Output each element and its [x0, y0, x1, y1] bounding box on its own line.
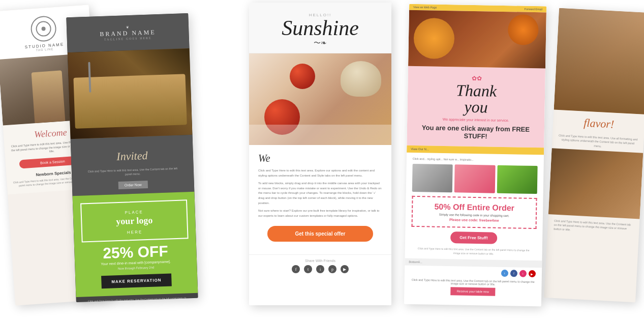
instagram-icon[interactable]: i [316, 265, 324, 273]
template-card-restaurant: ❦ BRAND NAME TAGLINE GOES HERE Invited C… [66, 13, 198, 302]
sunshine-body1: Click and Type Here to edit this text ar… [258, 168, 382, 178]
get-offer-button[interactable]: Get this special offer [267, 226, 373, 242]
sunshine-header: HELLO!! Sunshine 〜❧ [249, 3, 391, 53]
bottom-bar-text: Bottomli... [409, 260, 422, 264]
template-card-sunshine: HELLO!! Sunshine 〜❧ We Click and Type He… [249, 3, 391, 305]
coupon-footer-text: Click and Type Here to edit this text ar… [411, 247, 536, 256]
instagram-icon-2[interactable]: i [519, 270, 527, 277]
you-text: you [464, 98, 488, 117]
logo-box: PLACE your logo HERE [80, 199, 189, 242]
thank-you-heading: Thank you [413, 81, 539, 116]
swirl-decoration: 〜❧ [254, 39, 386, 48]
coupon-body-text: Simply use the following code in your sh… [418, 213, 531, 218]
snow-deco [249, 125, 391, 145]
share-label: Share With Friends [253, 259, 387, 263]
shoe-image-3 [497, 165, 537, 194]
teapot [341, 61, 381, 97]
here-text: HERE [127, 229, 143, 235]
template-card-thankyou: View as Web Page Forward Email ✿✿ Thank … [404, 4, 546, 307]
food-photo [68, 48, 193, 139]
shoes-row [412, 164, 538, 194]
coupon-box: 50% Off Entire Order Simply use the foll… [412, 196, 537, 229]
studio-logo [29, 15, 56, 42]
youtube-icon[interactable]: ▶ [341, 265, 349, 273]
appreciate-text: We appreciate your interest in our servi… [413, 117, 538, 123]
facebook-icon-2[interactable]: f [510, 270, 517, 277]
order-now-button[interactable]: Order Now [118, 180, 148, 189]
restaurant-header: ❦ BRAND NAME TAGLINE GOES HERE [66, 13, 189, 52]
pizza-photo [408, 10, 546, 69]
invited-text: Invited [76, 140, 188, 167]
view-as-webpage-link[interactable]: View as Web Page [413, 6, 437, 9]
pinterest-icon[interactable]: p [328, 265, 336, 273]
coupon-title: 50% Off Entire Order [418, 202, 531, 213]
get-free-stuff-button[interactable]: Get Free Stuff! [450, 231, 497, 244]
reserve-table-button[interactable]: Reserve your table now [451, 287, 495, 296]
shoe-image-2 [454, 165, 495, 193]
flavor-photo-overlay [554, 8, 644, 114]
flavor-bottom-photo [548, 148, 643, 219]
template-card-flavor: flavor! Click and Type Here to edit this… [544, 8, 644, 303]
we-heading: We [258, 153, 382, 164]
sunshine-title: Sunshine [254, 17, 386, 39]
click-body-text: Click and... styling opti... Not sure w.… [413, 157, 538, 163]
twitter-icon[interactable]: t [304, 265, 312, 273]
thank-you-section: ✿✿ Thank you We appreciate your interest… [407, 66, 545, 148]
share-section: Share With Friends f t i p ▶ [249, 254, 391, 277]
sunshine-body3: Not sure where to start? Explore our pre… [258, 209, 382, 218]
logo-ring [35, 21, 51, 37]
coupon-code-label: Please use code: freebee4me [418, 217, 531, 223]
green-offer-section: PLACE your logo HERE 25% OFF Your next d… [73, 191, 198, 297]
main-scene: STUDIO NAME TAG LINE Welcome Click and T… [0, 0, 644, 319]
reserve-table-section: Click and Type Here to edit this text ar… [404, 277, 542, 300]
social-icons-row: f t i p ▶ [253, 265, 387, 273]
apple-small [290, 64, 315, 89]
forward-email-link[interactable]: Forward Email [525, 8, 543, 11]
place-text: PLACE [125, 210, 143, 215]
sunshine-body2: To add new blocks, simply drag and drop … [258, 181, 382, 206]
free-stuff-content: Click and... styling opti... Not sure w.… [405, 153, 544, 261]
youtube-icon-2[interactable]: ▶ [529, 270, 536, 277]
person-figure [31, 70, 65, 123]
flavor-top-photo [554, 8, 644, 114]
logo-main-text: your logo [88, 214, 181, 227]
reserve-body-text: Click and Type Here to edit this text ar… [411, 278, 536, 286]
make-reservation-button[interactable]: Make Reservation [101, 273, 172, 288]
flavor-footer-text: Click and Type Here to edit this text ar… [547, 214, 640, 240]
fruit-photo [249, 53, 391, 145]
shoe-image-1 [412, 164, 453, 192]
facebook-icon[interactable]: f [292, 265, 300, 273]
code-label: Please use code: [449, 218, 478, 222]
logo-dot [41, 26, 46, 31]
sunshine-content: We Click and Type Here to edit this text… [249, 145, 391, 254]
free-stuff-title: You are one click away from FREE STUFF! [413, 124, 538, 141]
invited-section: Invited Click and Type Here to edit this… [71, 135, 195, 196]
coupon-code-value: freebee4me [479, 218, 499, 222]
twitter-icon-2[interactable]: t [501, 270, 508, 277]
nav-link[interactable]: View Our N... [411, 148, 429, 151]
